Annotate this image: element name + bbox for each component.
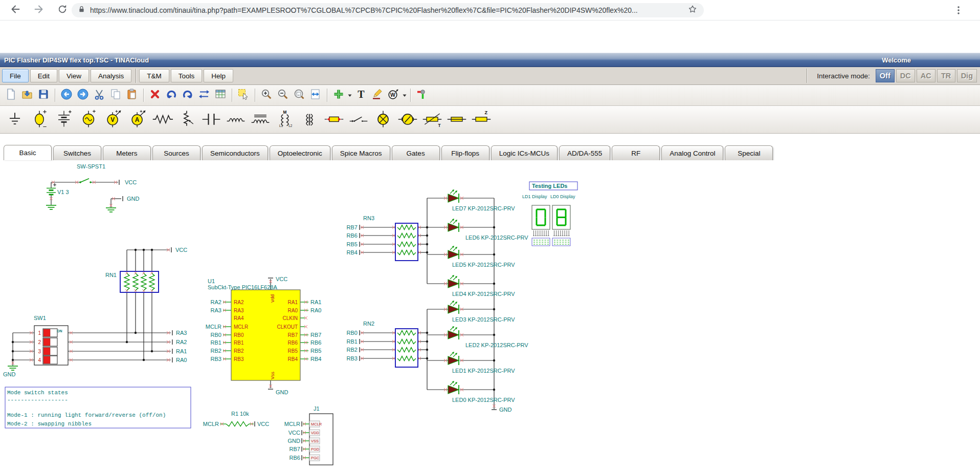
resistor[interactable]	[397, 225, 416, 230]
component-inductor-iron-core-button[interactable]	[249, 109, 272, 131]
resistor[interactable]	[133, 273, 138, 290]
component-voltmeter-button[interactable]: V	[101, 109, 124, 131]
menu-edit[interactable]: Edit	[30, 69, 57, 82]
component-capacitor-button[interactable]	[199, 109, 222, 131]
meter-tool-dropdown[interactable]	[402, 88, 407, 103]
resistor[interactable]	[397, 356, 416, 361]
led[interactable]	[448, 280, 459, 288]
tab-semiconductors[interactable]: Semiconductors	[202, 145, 268, 160]
component-motor-button[interactable]	[396, 109, 419, 131]
menu-tools[interactable]: Tools	[171, 69, 203, 82]
component-impedance-button[interactable]: Z	[470, 109, 493, 131]
component-voltage-generator-button[interactable]	[77, 109, 100, 131]
resistor[interactable]	[397, 242, 416, 247]
component-switch-button[interactable]	[347, 109, 370, 131]
tab-spice-macros[interactable]: Spice Macros	[332, 145, 390, 160]
dip-switch-handle[interactable]	[43, 338, 50, 346]
component-potentiometer-button[interactable]	[175, 109, 198, 131]
zoom-fit-button[interactable]	[308, 88, 323, 103]
mode-button-tr[interactable]: TR	[937, 69, 955, 82]
led[interactable]	[448, 250, 459, 259]
mode-button-dig[interactable]: Dig	[957, 69, 977, 82]
menu-view[interactable]: View	[59, 69, 89, 82]
component-transformer-button[interactable]: ML1L2	[273, 109, 296, 131]
component-fuse-button[interactable]	[445, 109, 468, 131]
tab-meters[interactable]: Meters	[103, 145, 151, 160]
zoom-window-button[interactable]	[292, 88, 307, 103]
resistor[interactable]	[141, 273, 146, 290]
star-icon[interactable]	[687, 4, 698, 16]
component-lamp-button[interactable]	[371, 109, 394, 131]
browser-forward-button[interactable]	[31, 2, 47, 18]
resistor[interactable]	[397, 339, 416, 344]
save-button[interactable]	[36, 88, 51, 103]
component-ground-button[interactable]	[3, 109, 26, 131]
schematic-canvas[interactable]: SW-SPST1VCCV1 3GNDRN1VCCSW1ONRA3RA2RA1RA…	[0, 160, 980, 469]
mode-button-dc[interactable]: DC	[896, 69, 915, 82]
tab-logic-ics-mcus[interactable]: Logic ICs-MCUs	[491, 145, 558, 160]
component-thermistor-button[interactable]: T	[420, 109, 443, 131]
zoom-in-button[interactable]	[259, 88, 274, 103]
browser-back-button[interactable]	[7, 2, 24, 18]
component-inductor-button[interactable]	[224, 109, 247, 131]
text-tool-button[interactable]: T	[353, 88, 368, 103]
menu-t-m[interactable]: T&M	[139, 69, 169, 82]
led[interactable]	[448, 356, 459, 365]
menu-file[interactable]: File	[2, 69, 29, 82]
menu-analysis[interactable]: Analysis	[91, 69, 131, 82]
component-coupled-inductors-button[interactable]	[298, 109, 321, 131]
tab-basic[interactable]: Basic	[4, 145, 52, 160]
redo-button[interactable]	[180, 88, 195, 103]
meter-tool-button[interactable]: W	[386, 88, 401, 103]
grid-button[interactable]	[213, 88, 228, 103]
add-component-button[interactable]	[331, 88, 346, 103]
pen-tool-button[interactable]	[369, 88, 385, 103]
component-relay-button[interactable]	[322, 109, 345, 131]
new-file-button[interactable]	[3, 88, 18, 103]
undo-button[interactable]	[164, 88, 179, 103]
copy-button[interactable]	[108, 88, 123, 103]
delete-button[interactable]	[147, 88, 163, 103]
menu-help[interactable]: Help	[204, 69, 233, 82]
add-component-dropdown[interactable]	[347, 88, 352, 103]
navigate-back-button[interactable]	[59, 88, 74, 103]
led[interactable]	[448, 331, 459, 339]
browser-reload-button[interactable]	[54, 2, 71, 18]
led[interactable]	[448, 223, 459, 231]
paste-button[interactable]	[124, 88, 140, 103]
led[interactable]	[448, 386, 459, 394]
dip-switch-handle[interactable]	[43, 329, 50, 336]
led[interactable]	[448, 305, 459, 313]
resistor[interactable]	[397, 250, 416, 255]
tab-sources[interactable]: Sources	[152, 145, 201, 160]
probe-tool-button[interactable]	[414, 88, 430, 103]
mode-button-off[interactable]: Off	[876, 69, 895, 82]
component-ammeter-button[interactable]: A	[126, 109, 149, 131]
open-file-button[interactable]	[19, 88, 35, 103]
tab-special[interactable]: Special	[725, 145, 773, 160]
resistor[interactable]	[397, 331, 416, 335]
schematic-svg[interactable]: SW-SPST1VCCV1 3GNDRN1VCCSW1ONRA3RA2RA1RA…	[0, 160, 980, 469]
tab-analog-control[interactable]: Analog Control	[661, 145, 723, 160]
menu-dots-icon[interactable]	[953, 5, 964, 17]
resistor[interactable]	[397, 348, 416, 352]
tab-rf[interactable]: RF	[612, 145, 660, 160]
tab-flip-flops[interactable]: Flip-flops	[441, 145, 489, 160]
swap-wires-button[interactable]	[196, 88, 212, 103]
mode-button-ac[interactable]: AC	[917, 69, 936, 82]
cut-button[interactable]	[92, 88, 107, 103]
zoom-out-button[interactable]	[275, 88, 291, 103]
resistor[interactable]	[226, 422, 249, 427]
dip-switch-handle[interactable]	[43, 348, 50, 355]
resistor[interactable]	[124, 273, 129, 290]
address-bar[interactable]: https://www.tinacloud.com/tinaui/tina.ph…	[72, 3, 704, 17]
select-button[interactable]	[236, 88, 251, 103]
led[interactable]	[448, 194, 459, 202]
tab-ad-da-555[interactable]: AD/DA-555	[559, 145, 610, 160]
resistor[interactable]	[397, 233, 416, 238]
component-resistor-button[interactable]	[150, 109, 173, 131]
navigate-forward-button[interactable]	[75, 88, 91, 103]
tab-optoelectronic[interactable]: Optoelectronic	[270, 145, 330, 160]
dip-switch-handle[interactable]	[43, 356, 50, 364]
tab-gates[interactable]: Gates	[392, 145, 440, 160]
